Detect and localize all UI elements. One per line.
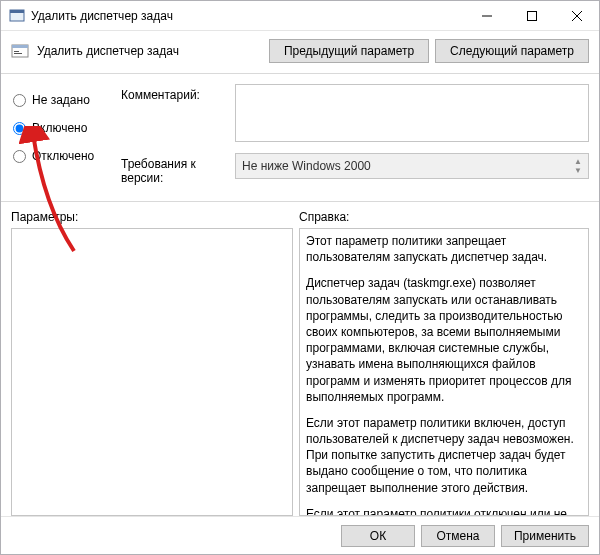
help-paragraph: Диспетчер задач (taskmgr.exe) позволяет … (306, 275, 582, 405)
options-label: Параметры: (11, 210, 299, 224)
previous-setting-button[interactable]: Предыдущий параметр (269, 39, 429, 63)
requirements-box: Не ниже Windows 2000 ▲▼ (235, 153, 589, 179)
state-radio-group: Не задано Включено Отключено (11, 84, 121, 193)
radio-not-configured-input[interactable] (13, 94, 26, 107)
help-paragraph: Если этот параметр политики отключен или… (306, 506, 582, 516)
comment-label: Комментарий: (121, 84, 235, 102)
titlebar: Удалить диспетчер задач (1, 1, 599, 31)
help-panel[interactable]: Этот параметр политики запрещает пользов… (299, 228, 589, 516)
minimize-button[interactable] (464, 1, 509, 30)
radio-disabled-input[interactable] (13, 150, 26, 163)
svg-rect-9 (14, 53, 22, 54)
panels: Этот параметр политики запрещает пользов… (11, 228, 589, 516)
help-paragraph: Если этот параметр политики включен, дос… (306, 415, 582, 496)
panel-labels: Параметры: Справка: (11, 210, 589, 224)
close-button[interactable] (554, 1, 599, 30)
svg-rect-3 (527, 11, 536, 20)
policy-editor-window: Удалить диспетчер задач Удалить диспетче… (0, 0, 600, 555)
requirements-value: Не ниже Windows 2000 (242, 159, 371, 173)
help-paragraph: Этот параметр политики запрещает пользов… (306, 233, 582, 265)
svg-rect-8 (14, 51, 19, 52)
separator (1, 201, 599, 202)
maximize-button[interactable] (509, 1, 554, 30)
next-setting-button[interactable]: Следующий параметр (435, 39, 589, 63)
top-config-row: Не задано Включено Отключено Комментарий… (11, 84, 589, 193)
radio-not-configured-label: Не задано (32, 93, 90, 107)
radio-disabled-label: Отключено (32, 149, 94, 163)
comment-textarea[interactable] (235, 84, 589, 142)
ok-button[interactable]: ОК (341, 525, 415, 547)
req-scroll-icon: ▲▼ (574, 157, 582, 175)
apply-button[interactable]: Применить (501, 525, 589, 547)
radio-enabled-input[interactable] (13, 122, 26, 135)
requirements-row: Требования к версии: Не ниже Windows 200… (121, 153, 589, 185)
radio-enabled-label: Включено (32, 121, 87, 135)
requirements-label: Требования к версии: (121, 153, 235, 185)
cancel-button[interactable]: Отмена (421, 525, 495, 547)
svg-rect-1 (10, 10, 24, 13)
window-title: Удалить диспетчер задач (31, 9, 464, 23)
body: Не задано Включено Отключено Комментарий… (1, 74, 599, 516)
options-panel[interactable] (11, 228, 293, 516)
radio-disabled[interactable]: Отключено (11, 144, 121, 168)
fields: Комментарий: Требования к версии: Не ниж… (121, 84, 589, 193)
policy-title: Удалить диспетчер задач (37, 44, 263, 58)
radio-not-configured[interactable]: Не задано (11, 88, 121, 112)
header: Удалить диспетчер задач Предыдущий парам… (1, 31, 599, 74)
policy-icon (11, 42, 29, 60)
comment-row: Комментарий: (121, 84, 589, 145)
footer: ОК Отмена Применить (1, 516, 599, 554)
radio-enabled[interactable]: Включено (11, 116, 121, 140)
app-icon (9, 8, 25, 24)
help-label: Справка: (299, 210, 349, 224)
svg-rect-7 (12, 45, 28, 48)
